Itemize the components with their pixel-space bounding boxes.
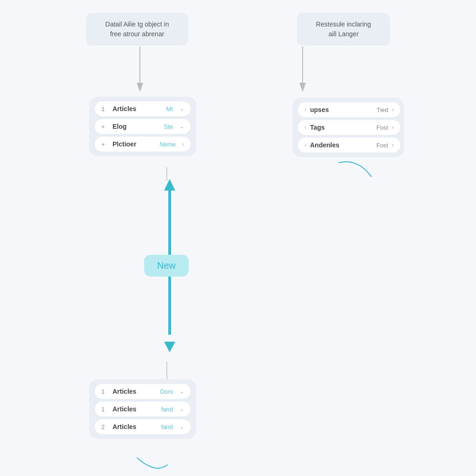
item-value: Ste xyxy=(164,123,173,130)
right-item-value: Fost xyxy=(377,124,388,131)
item-label: Plctioer xyxy=(112,140,155,148)
item-value: Mt xyxy=(166,106,173,112)
new-button[interactable]: New xyxy=(144,255,189,277)
list-item[interactable]: 1 Articles Mt ⌄ xyxy=(95,101,191,116)
chevron-down-icon: ⌄ xyxy=(179,423,184,430)
item-prefix: 1 xyxy=(101,406,108,413)
item-value: fand xyxy=(161,423,173,430)
item-prefix: 2 xyxy=(101,423,108,430)
left-desc-text: Datail Ailie tg object in free atrour ab… xyxy=(106,20,169,38)
item-prefix: + xyxy=(101,123,108,130)
svg-rect-8 xyxy=(166,362,167,380)
item-label: Articles xyxy=(112,423,157,430)
item-value: fand xyxy=(161,406,173,413)
item-label: Articles xyxy=(112,105,162,112)
curve-decoration-right xyxy=(334,158,376,181)
svg-marker-3 xyxy=(299,83,306,92)
right-list-item[interactable]: ‹ Tags Fost › xyxy=(298,120,400,135)
chevron-down-icon: ⌄ xyxy=(179,123,184,130)
right-desc-box: Restesule inclaring aill Langer xyxy=(297,13,390,46)
chevron-down-icon: ⌄ xyxy=(179,406,184,412)
right-item-label: upses xyxy=(310,106,373,113)
bottom-list-panel: 1 Articles Dors ⌄ 1 Articles fand ⌄ 2 Ar… xyxy=(89,379,196,439)
gray-arrow-right xyxy=(296,46,310,93)
right-item-label: Tags xyxy=(310,124,373,131)
item-label: Articles xyxy=(112,388,156,395)
chevron-left-icon: ‹ xyxy=(304,124,306,131)
chevron-down-icon: ⌄ xyxy=(179,388,184,395)
list-item[interactable]: + Elog Ste ⌄ xyxy=(95,119,191,134)
chevron-left-icon: ‹ xyxy=(304,106,306,113)
svg-marker-6 xyxy=(164,342,175,352)
new-button-label: New xyxy=(157,260,176,271)
right-list-item[interactable]: ‹ Andenles Fost › xyxy=(298,138,400,152)
right-desc-text: Restesule inclaring aill Langer xyxy=(316,20,371,38)
right-list-panel: ‹ upses Tied › ‹ Tags Fost › ‹ Andenles … xyxy=(292,98,404,157)
item-value: Neme xyxy=(159,141,176,148)
item-prefix: 1 xyxy=(101,106,108,112)
chevron-left-icon: ‹ xyxy=(304,142,306,148)
left-desc-box: Datail Ailie tg object in free atrour ab… xyxy=(86,13,188,46)
chevron-right-icon: › xyxy=(392,142,394,148)
gray-line-top-to-new xyxy=(166,167,168,181)
right-item-label: Andenles xyxy=(310,141,373,149)
right-item-value: Tied xyxy=(377,106,388,113)
gray-arrow-left xyxy=(133,46,147,93)
page-container: Datail Ailie tg object in free atrour ab… xyxy=(0,0,476,476)
chevron-down-icon: ⌄ xyxy=(179,106,184,112)
item-prefix: + xyxy=(101,141,108,148)
right-list-item[interactable]: ‹ upses Tied › xyxy=(298,102,400,117)
item-label: Elog xyxy=(112,123,159,130)
svg-marker-4 xyxy=(164,179,175,191)
right-item-value: Fost xyxy=(377,142,388,149)
chevron-right-icon: › xyxy=(392,106,394,113)
top-left-list-panel: 1 Articles Mt ⌄ + Elog Ste ⌄ + Plctioer … xyxy=(89,97,196,156)
list-item[interactable]: + Plctioer Neme › xyxy=(95,137,191,152)
list-item[interactable]: 2 Articles fand ⌄ xyxy=(95,419,191,434)
svg-marker-1 xyxy=(137,83,143,92)
list-item[interactable]: 1 Articles Dors ⌄ xyxy=(95,384,191,399)
item-prefix: 1 xyxy=(101,388,108,395)
gray-line-new-to-bottom xyxy=(166,362,168,380)
svg-rect-7 xyxy=(166,167,167,181)
item-label: Articles xyxy=(112,405,157,413)
chevron-right-icon: › xyxy=(392,124,394,131)
list-item[interactable]: 1 Articles fand ⌄ xyxy=(95,402,191,416)
curve-decoration-bottom xyxy=(132,456,170,474)
item-value: Dors xyxy=(160,388,173,395)
chevron-right-icon: › xyxy=(182,141,184,147)
